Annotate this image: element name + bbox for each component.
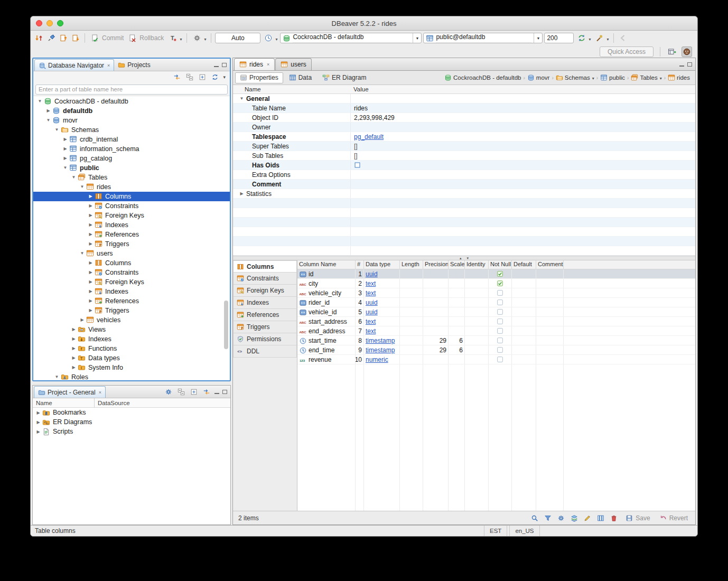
tree-item-information-schema[interactable]: ▶information_schema bbox=[33, 144, 230, 154]
checkbox-icon[interactable] bbox=[354, 162, 361, 169]
tree-item-references[interactable]: ▶References bbox=[33, 296, 230, 306]
table-filter-input[interactable] bbox=[35, 85, 228, 95]
expand-all-icon[interactable] bbox=[198, 72, 207, 82]
property-row-super-tables[interactable]: Super Tables[] bbox=[233, 142, 695, 151]
datatype-link-uuid[interactable]: uuid bbox=[366, 308, 378, 316]
navigator-tab-projects[interactable]: Projects bbox=[114, 59, 154, 71]
zoom-window-button[interactable] bbox=[57, 20, 63, 26]
expand-arrow-icon[interactable]: ▶ bbox=[62, 146, 69, 151]
column-row-start-address[interactable]: ABCstart_address6text bbox=[297, 317, 695, 326]
editor-tab-rides[interactable]: rides bbox=[234, 58, 275, 70]
breadcrumb-movr[interactable]: movr bbox=[526, 73, 551, 82]
expand-arrow-icon[interactable]: ▶ bbox=[87, 289, 94, 294]
close-window-button[interactable] bbox=[36, 20, 42, 26]
checkbox-checked-icon[interactable] bbox=[497, 280, 504, 287]
tree-item-system-info[interactable]: ▶iSystem Info bbox=[33, 363, 230, 372]
minimize-panel-icon[interactable] bbox=[214, 393, 219, 394]
expand-arrow-icon[interactable]: ▶ bbox=[70, 327, 77, 332]
expand-arrow-icon[interactable]: ▶ bbox=[70, 336, 77, 341]
collapse-arrow-icon[interactable]: ▼ bbox=[53, 374, 60, 379]
columns-config-icon[interactable] bbox=[596, 513, 605, 523]
tree-item-foreign-keys[interactable]: ▶Foreign Keys bbox=[33, 211, 230, 220]
grid-header-scale[interactable]: Scale bbox=[449, 260, 465, 269]
collapse-arrow-icon[interactable]: ▼ bbox=[70, 175, 77, 180]
tree-item-pg-catalog[interactable]: ▶pg_catalog bbox=[33, 154, 230, 163]
tree-item-columns[interactable]: ▶Columns bbox=[33, 192, 230, 201]
expand-arrow-icon[interactable]: ▶ bbox=[35, 410, 42, 415]
expand-arrow-icon[interactable]: ▶ bbox=[238, 191, 245, 196]
tree-item-indexes[interactable]: ▶Indexes bbox=[33, 287, 230, 296]
detail-tab-references[interactable]: References bbox=[233, 309, 297, 321]
grid-header-precision[interactable]: Precision bbox=[423, 260, 449, 269]
expand-arrow-icon[interactable]: ▶ bbox=[62, 137, 69, 142]
dbeaver-perspective-icon[interactable] bbox=[682, 46, 692, 57]
property-row-has-oids[interactable]: Has Oids bbox=[233, 161, 695, 170]
datatype-link-timestamp[interactable]: timestamp bbox=[366, 346, 395, 354]
transaction-history-button[interactable] bbox=[262, 32, 278, 44]
transaction-log-button[interactable]: T bbox=[166, 32, 183, 44]
column-row-id[interactable]: id1uuid bbox=[297, 269, 695, 279]
expand-arrow-icon[interactable]: ▶ bbox=[35, 420, 42, 425]
collapse-arrow-icon[interactable]: ▼ bbox=[53, 127, 60, 132]
tree-item-constraints[interactable]: ▶Constraints bbox=[33, 201, 230, 211]
expand-arrow-icon[interactable]: ▶ bbox=[87, 270, 94, 275]
breadcrumb-tables[interactable]: Tables bbox=[630, 73, 662, 82]
save-button[interactable]: Save bbox=[622, 513, 652, 523]
expand-arrow-icon[interactable]: ▶ bbox=[87, 194, 94, 199]
tree-item-functions[interactable]: ▶fFunctions bbox=[33, 344, 230, 353]
detail-tab-indexes[interactable]: Indexes bbox=[233, 297, 297, 309]
quick-access-button[interactable]: Quick Access bbox=[600, 46, 654, 57]
tree-scrollbar[interactable] bbox=[224, 301, 228, 349]
connect-icon[interactable] bbox=[46, 33, 57, 43]
subtab-properties[interactable]: Properties bbox=[235, 72, 283, 83]
grid-header-not-null[interactable]: Not Null bbox=[489, 260, 512, 269]
datatype-link-uuid[interactable]: uuid bbox=[366, 270, 378, 278]
collapse-arrow-icon[interactable]: ▼ bbox=[36, 99, 43, 104]
tree-item-foreign-keys[interactable]: ▶Foreign Keys bbox=[33, 277, 230, 287]
tree-item-constraints[interactable]: ▶Constraints bbox=[33, 268, 230, 277]
gear-icon[interactable] bbox=[164, 387, 173, 397]
expand-arrow-icon[interactable]: ▶ bbox=[87, 203, 94, 208]
close-tab-icon[interactable] bbox=[99, 390, 101, 395]
expand-arrow-icon[interactable]: ▶ bbox=[87, 298, 94, 303]
breadcrumb-public[interactable]: public bbox=[599, 73, 626, 82]
tree-item-indexes[interactable]: ▶Indexes bbox=[33, 220, 230, 230]
subtab-er-diagram[interactable]: ER Diagram bbox=[318, 72, 371, 83]
titlebar[interactable]: DBeaver 5.2.2 - rides bbox=[31, 16, 697, 31]
tree-item-cockroachdb-defaultdb[interactable]: ▼CockroachDB - defaultdb bbox=[33, 97, 230, 106]
grid-header-[interactable]: # bbox=[356, 260, 364, 269]
checkbox-unchecked-icon[interactable] bbox=[497, 318, 504, 325]
expand-arrow-icon[interactable]: ▶ bbox=[45, 108, 52, 113]
tree-item-vehicles[interactable]: ▶vehicles bbox=[33, 315, 230, 325]
column-header-name[interactable]: Name bbox=[33, 398, 95, 407]
datatype-link-timestamp[interactable]: timestamp bbox=[366, 337, 395, 344]
link-with-editor-icon[interactable] bbox=[172, 72, 182, 82]
export-data-icon[interactable] bbox=[58, 33, 69, 43]
filter-icon[interactable] bbox=[543, 513, 553, 523]
property-group-general[interactable]: ▼General bbox=[233, 94, 695, 104]
column-row-rider-id[interactable]: rider_id4uuid bbox=[297, 298, 695, 307]
tree-item-views[interactable]: ▶Views bbox=[33, 325, 230, 334]
tree-item-references[interactable]: ▶References bbox=[33, 230, 230, 239]
collapse-down-icon[interactable]: ▾ bbox=[467, 256, 469, 260]
splitter-handle[interactable]: ▴ ▾ bbox=[233, 256, 695, 260]
settings-icon[interactable] bbox=[556, 513, 566, 523]
checkbox-unchecked-icon[interactable] bbox=[497, 356, 504, 363]
subtab-data[interactable]: Data bbox=[284, 72, 316, 83]
datatype-link-text[interactable]: text bbox=[366, 327, 376, 335]
expand-arrow-icon[interactable]: ▶ bbox=[87, 213, 94, 218]
column-row-start-time[interactable]: start_time8timestamp296 bbox=[297, 336, 695, 345]
property-group-statistics[interactable]: ▶Statistics bbox=[233, 189, 695, 199]
column-row-vehicle-city[interactable]: ABCvehicle_city3text bbox=[297, 288, 695, 298]
column-row-end-time[interactable]: end_time9timestamp296 bbox=[297, 345, 695, 355]
import-data-icon[interactable] bbox=[70, 33, 81, 43]
editor-tab-users[interactable]: users bbox=[275, 58, 311, 70]
expand-arrow-icon[interactable]: ▶ bbox=[70, 355, 77, 360]
grid-header-comment[interactable]: Comment bbox=[536, 260, 564, 269]
tree-item-movr[interactable]: ▼movr bbox=[33, 116, 230, 125]
collapse-arrow-icon[interactable]: ▼ bbox=[45, 118, 52, 123]
detail-tab-foreign-keys[interactable]: Foreign Keys bbox=[233, 285, 297, 297]
breadcrumb-cockroachdb-defaultdb[interactable]: CockroachDB - defaultdb bbox=[443, 73, 522, 82]
checkbox-unchecked-icon[interactable] bbox=[497, 346, 504, 354]
maximize-editor-icon[interactable] bbox=[687, 62, 692, 67]
